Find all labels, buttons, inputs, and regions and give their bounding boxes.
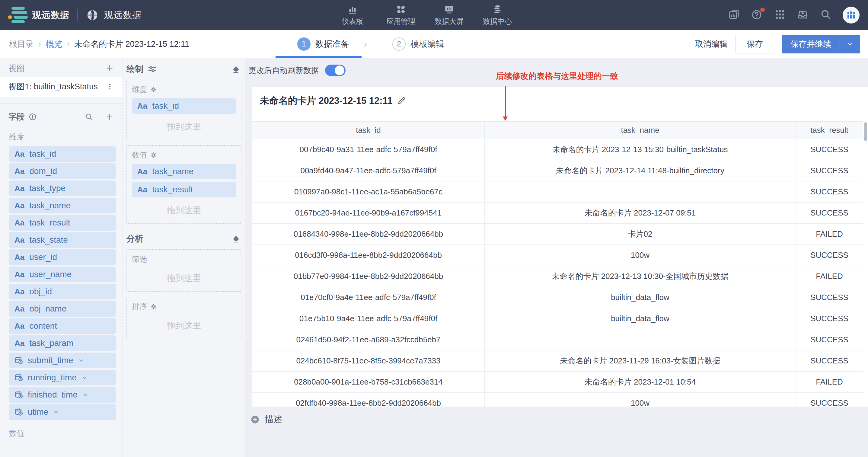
- filter-drop-zone[interactable]: 筛选 拖到这里: [126, 249, 242, 292]
- gear-icon[interactable]: [150, 303, 157, 310]
- field-pill-obj_name[interactable]: Aaobj_name: [9, 301, 116, 317]
- save-and-continue-button[interactable]: 保存并继续: [782, 35, 860, 54]
- field-pill-submit_time[interactable]: submit_time: [9, 353, 116, 368]
- kebab-menu-icon[interactable]: [105, 83, 114, 91]
- sort-drop-zone[interactable]: 排序 拖到这里: [126, 297, 242, 339]
- field-pill-obj_id[interactable]: Aaobj_id: [9, 284, 116, 299]
- user-avatar[interactable]: [843, 7, 860, 24]
- chevron-down-icon: [78, 357, 85, 364]
- eraser-icon[interactable]: [231, 234, 240, 243]
- fields-title: 字段: [8, 111, 25, 122]
- chevron-right-icon: ›: [364, 38, 367, 50]
- add-field-icon[interactable]: [105, 112, 114, 121]
- table-cell: 010997a0-98c1-11ee-ac1a-55ab6a5be67c: [252, 181, 485, 203]
- auto-refresh-toggle[interactable]: [325, 65, 346, 76]
- save-and-continue-label[interactable]: 保存并继续: [782, 35, 840, 54]
- breadcrumb-overview[interactable]: 概览: [46, 39, 62, 50]
- table-cell: 024bc610-8f75-11ee-8f5e-3994ce7a7333: [252, 351, 485, 372]
- inbox-icon[interactable]: [797, 8, 809, 22]
- report-icon[interactable]: [728, 8, 740, 22]
- guandata-logo-icon[interactable]: [7, 6, 27, 24]
- search-icon[interactable]: [820, 8, 832, 22]
- search-fields-icon[interactable]: [85, 112, 94, 121]
- field-pill-user_id[interactable]: Aauser_id: [9, 249, 116, 265]
- help-icon[interactable]: [751, 8, 763, 22]
- field-name: task_name: [29, 201, 71, 210]
- view-item[interactable]: 视图1: builtin_taskStatus: [0, 77, 123, 97]
- field-pill-running_time[interactable]: running_time: [9, 370, 116, 386]
- table-cell: 未命名的卡片 2023-12-13 10:30-全国城市历史数据: [485, 266, 796, 287]
- cancel-edit-button[interactable]: 取消编辑: [695, 39, 728, 50]
- chevron-down-icon[interactable]: [840, 35, 860, 54]
- field-pill-task_name[interactable]: Aatask_name: [132, 163, 236, 179]
- breadcrumb-root[interactable]: 根目录: [9, 39, 33, 50]
- sidebar: 视图 视图1: builtin_taskStatus 字段 维度 Aatask_…: [0, 58, 123, 457]
- table-cell: SUCCESS: [796, 160, 863, 181]
- table-cell: 未命名的卡片 2023-12-14 11:48-builtin_director…: [485, 160, 796, 181]
- field-pill-task_id[interactable]: Aatask_id: [9, 146, 116, 162]
- measure-drop-zone[interactable]: 数值 Aatask_nameAatask_result 拖到这里: [126, 145, 242, 224]
- apps-grid-icon[interactable]: [774, 8, 786, 22]
- field-pill-finished_time[interactable]: finished_time: [9, 387, 116, 403]
- nav-item-仪表板[interactable]: 仪表板: [338, 4, 367, 26]
- datacenter-icon: [492, 4, 503, 15]
- save-button[interactable]: 保存: [736, 35, 774, 54]
- column-header-task_name[interactable]: task_name: [485, 122, 796, 139]
- nav-item-数据中心[interactable]: 数据中心: [483, 4, 512, 26]
- nav-item-数据大屏[interactable]: 数据大屏: [435, 4, 464, 26]
- text-type-icon: Aa: [14, 218, 25, 227]
- header-actions: 取消编辑 保存 保存并继续: [695, 30, 860, 58]
- eraser-icon[interactable]: [231, 65, 240, 74]
- description-label: 描述: [265, 414, 282, 426]
- dimension-drop-zone[interactable]: 维度 Aatask_id 拖到这里: [126, 80, 242, 140]
- field-pill-task_state[interactable]: Aatask_state: [9, 232, 116, 248]
- field-name: utime: [28, 407, 48, 417]
- table-cell: 卡片02: [485, 224, 796, 245]
- card-title: 未命名的卡片 2023-12-15 12:11: [260, 94, 392, 107]
- table-row: 024bc610-8f75-11ee-8f5e-3994ce7a7333未命名的…: [252, 351, 863, 372]
- vertical-scrollbar[interactable]: [864, 122, 867, 141]
- field-name: finished_time: [28, 390, 78, 400]
- table-cell: 028b0a00-901a-11ee-b758-c31cb663e314: [252, 372, 485, 393]
- dimension-zone-header: 维度: [132, 85, 236, 94]
- drop-placeholder: 拖到这里: [132, 200, 236, 220]
- gear-icon[interactable]: [150, 152, 157, 159]
- table-cell: [485, 329, 796, 351]
- field-name: task_result: [29, 218, 70, 227]
- field-name: obj_id: [29, 287, 52, 297]
- field-pill-task_result[interactable]: Aatask_result: [132, 182, 236, 197]
- breadcrumb: 根目录 › 概览 › 未命名的卡片 2023-12-15 12:11: [9, 30, 189, 58]
- edit-title-icon[interactable]: [397, 96, 406, 105]
- field-pill-task_result[interactable]: Aatask_result: [9, 215, 116, 231]
- field-name: running_time: [28, 373, 77, 383]
- chevron-down-icon: [82, 391, 89, 398]
- info-icon[interactable]: [28, 113, 37, 121]
- add-description-button[interactable]: 描述: [250, 414, 282, 426]
- field-pill-user_name[interactable]: Aauser_name: [9, 267, 116, 282]
- field-name: task_name: [152, 166, 193, 176]
- table-cell: builtin_data_flow: [485, 308, 796, 329]
- column-header-task_id[interactable]: task_id: [252, 122, 485, 139]
- sliders-icon[interactable]: [148, 65, 157, 74]
- sort-zone-header: 排序: [132, 302, 236, 311]
- column-header-task_result[interactable]: task_result: [796, 122, 863, 139]
- sort-zone-label: 排序: [132, 302, 147, 311]
- field-pill-dom_id[interactable]: Aadom_id: [9, 163, 116, 179]
- main-area: 更改后自动刷新数据 后续修改的表格与这里处理的一致 未命名的卡片 2023-12…: [245, 58, 868, 457]
- step-data-prepare[interactable]: 1 数据准备: [297, 30, 349, 58]
- plus-circle-icon: [250, 415, 260, 424]
- step-template-edit[interactable]: 2 模板编辑: [392, 30, 444, 58]
- table-cell: 01bb77e0-9984-11ee-8bb2-9dd2020664bb: [252, 266, 485, 287]
- field-pill-task_type[interactable]: Aatask_type: [9, 181, 116, 196]
- dashboard-icon: [347, 4, 358, 15]
- field-pill-task_name[interactable]: Aatask_name: [9, 198, 116, 213]
- field-pill-utime[interactable]: utime: [9, 404, 116, 420]
- add-view-icon[interactable]: [105, 64, 114, 73]
- table-cell: FAILED: [796, 224, 863, 245]
- field-pill-task_param[interactable]: Aatask_param: [9, 335, 116, 351]
- nav-item-应用管理[interactable]: 应用管理: [386, 4, 415, 26]
- divider: [77, 9, 78, 21]
- gear-icon[interactable]: [150, 86, 157, 93]
- field-pill-task_id[interactable]: Aatask_id: [132, 98, 236, 114]
- field-pill-content[interactable]: Aacontent: [9, 318, 116, 334]
